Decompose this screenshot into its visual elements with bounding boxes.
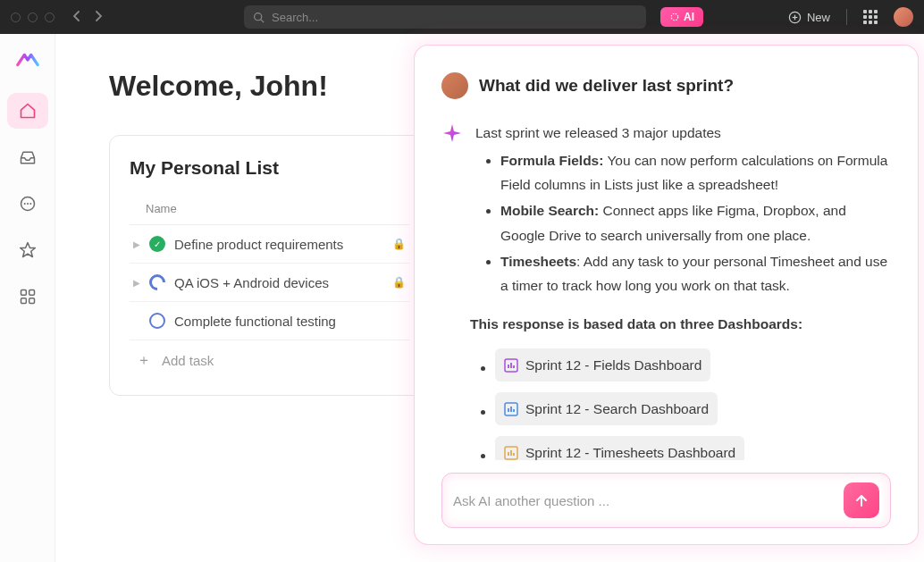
right-controls: New bbox=[788, 7, 913, 27]
inbox-icon bbox=[19, 148, 37, 166]
sidebar-favorites[interactable] bbox=[7, 232, 48, 268]
ai-feature-item: Formula Fields: You can now perform calc… bbox=[500, 148, 891, 197]
dashboard-item: Sprint 12 - Timesheets Dashboard bbox=[495, 436, 891, 460]
nav-back-icon[interactable] bbox=[72, 10, 81, 24]
task-row[interactable]: ▶ ✓ Define product requirements 🔒 bbox=[130, 225, 409, 264]
list-title: My Personal List bbox=[130, 157, 409, 179]
chevron-right-icon: ▶ bbox=[133, 239, 140, 249]
grid-icon bbox=[19, 288, 37, 306]
dashboard-item: Sprint 12 - Search Dashboard bbox=[495, 392, 891, 425]
global-search[interactable]: Search... bbox=[244, 5, 646, 29]
new-label: New bbox=[807, 11, 830, 24]
task-name: Complete functional testing bbox=[174, 314, 336, 329]
column-header: Name bbox=[130, 197, 409, 225]
status-progress-icon[interactable] bbox=[146, 271, 168, 293]
status-done-icon[interactable]: ✓ bbox=[149, 236, 165, 252]
sidebar-more[interactable] bbox=[7, 186, 48, 222]
main: Welcome, John! My Personal List Name ▶ ✓… bbox=[0, 34, 924, 562]
task-row[interactable]: Complete functional testing bbox=[130, 302, 409, 340]
search-placeholder: Search... bbox=[272, 11, 318, 24]
ai-question: What did we deliver last sprint? bbox=[479, 76, 734, 96]
app-logo[interactable] bbox=[14, 46, 41, 73]
ai-summary: Last sprint we released 3 major updates bbox=[475, 121, 891, 145]
task-row[interactable]: ▶ QA iOS + Android devices 🔒 bbox=[130, 264, 409, 302]
home-icon bbox=[19, 102, 37, 120]
dashboard-item: Sprint 12 - Fields Dashboard bbox=[495, 348, 891, 382]
minimize-window[interactable] bbox=[28, 13, 38, 22]
dashboard-chip[interactable]: Sprint 12 - Search Dashboard bbox=[495, 392, 718, 425]
ai-feature-list: Formula Fields: You can now perform calc… bbox=[475, 148, 891, 298]
maximize-window[interactable] bbox=[45, 13, 55, 22]
svg-point-2 bbox=[671, 13, 678, 21]
ai-sparkle-icon bbox=[669, 12, 680, 22]
ai-input[interactable] bbox=[453, 493, 835, 508]
svg-rect-12 bbox=[21, 298, 26, 304]
user-avatar bbox=[441, 72, 468, 99]
star-icon bbox=[19, 241, 37, 259]
user-avatar[interactable] bbox=[894, 7, 913, 27]
ai-feature-item: Mobile Search: Connect apps like Figma, … bbox=[500, 198, 891, 247]
plus-circle-icon bbox=[788, 11, 802, 24]
svg-point-0 bbox=[255, 13, 262, 20]
svg-point-8 bbox=[27, 203, 29, 205]
ai-panel: What did we deliver last sprint? Last sp… bbox=[414, 45, 919, 545]
personal-list-card: My Personal List Name ▶ ✓ Define product… bbox=[109, 135, 426, 396]
task-name: QA iOS + Android devices bbox=[174, 275, 329, 290]
svg-point-7 bbox=[23, 203, 25, 205]
search-icon bbox=[253, 12, 265, 23]
apps-icon[interactable] bbox=[863, 10, 878, 24]
dashboard-chip[interactable]: Sprint 12 - Fields Dashboard bbox=[495, 348, 710, 382]
ai-badge[interactable]: AI bbox=[660, 7, 703, 27]
nav-forward-icon[interactable] bbox=[94, 10, 103, 24]
ai-badge-label: AI bbox=[684, 11, 694, 23]
arrow-up-icon bbox=[854, 493, 869, 507]
svg-rect-10 bbox=[21, 290, 26, 296]
content: Welcome, John! My Personal List Name ▶ ✓… bbox=[55, 34, 924, 562]
sidebar-spaces[interactable] bbox=[7, 279, 48, 315]
ai-source-intro: This response is based data on three Das… bbox=[470, 312, 891, 336]
dashboard-icon bbox=[504, 446, 518, 460]
ai-sparkle-icon bbox=[441, 122, 465, 151]
svg-rect-11 bbox=[29, 290, 34, 296]
ai-question-row: What did we deliver last sprint? bbox=[441, 72, 891, 99]
titlebar: Search... AI New bbox=[0, 0, 924, 34]
dashboard-icon bbox=[504, 402, 518, 416]
add-task-button[interactable]: ＋ Add task bbox=[130, 340, 409, 381]
add-task-label: Add task bbox=[162, 353, 214, 368]
lock-icon: 🔒 bbox=[392, 276, 406, 289]
dashboard-list: Sprint 12 - Fields Dashboard Sprint 12 -… bbox=[475, 348, 891, 460]
sidebar-home[interactable] bbox=[7, 93, 48, 129]
svg-rect-13 bbox=[29, 298, 34, 304]
dashboard-icon bbox=[504, 358, 518, 373]
send-button[interactable] bbox=[844, 482, 879, 518]
nav-arrows bbox=[72, 10, 103, 24]
sidebar bbox=[0, 34, 55, 562]
close-window[interactable] bbox=[11, 13, 21, 22]
ai-input-container bbox=[441, 473, 891, 528]
plus-icon: ＋ bbox=[137, 351, 151, 370]
ai-feature-item: Timesheets: Add any task to your persona… bbox=[500, 249, 891, 298]
window-controls bbox=[11, 13, 55, 22]
ai-response: Last sprint we released 3 major updates … bbox=[441, 121, 891, 460]
dashboard-chip[interactable]: Sprint 12 - Timesheets Dashboard bbox=[495, 436, 744, 460]
divider bbox=[846, 9, 847, 25]
svg-line-1 bbox=[261, 19, 264, 21]
status-open-icon[interactable] bbox=[149, 313, 165, 329]
sidebar-inbox[interactable] bbox=[7, 139, 48, 175]
task-name: Define product requirements bbox=[174, 237, 343, 252]
more-icon bbox=[19, 195, 37, 213]
svg-point-9 bbox=[29, 203, 31, 205]
lock-icon: 🔒 bbox=[392, 238, 406, 250]
new-button[interactable]: New bbox=[788, 11, 830, 24]
chevron-right-icon: ▶ bbox=[133, 278, 140, 288]
